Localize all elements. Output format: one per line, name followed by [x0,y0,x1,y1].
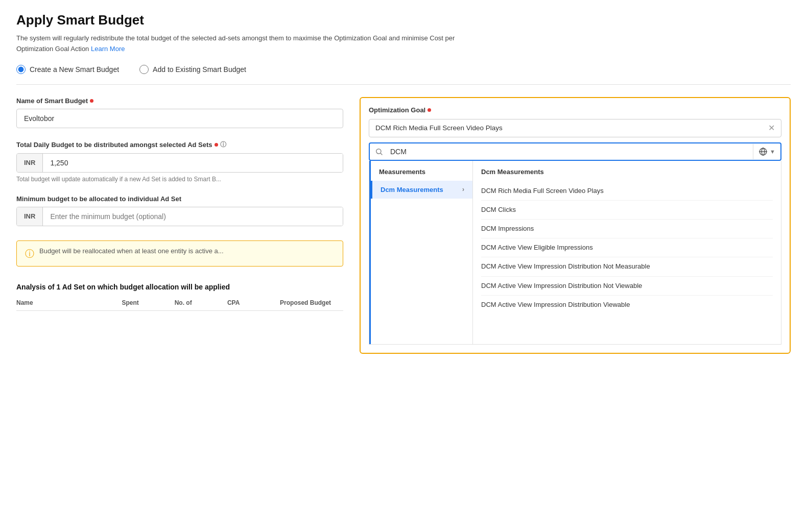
radio-create-new-label: Create a New Smart Budget [30,65,119,74]
info-banner-icon: ⓘ [25,248,34,260]
search-bar-row: ▼ [369,142,781,161]
search-icon [370,143,388,160]
optimization-goal-container: Optimization Goal DCM Rich Media Full Sc… [360,97,791,354]
left-menu-header: Measurements [371,161,472,181]
th-no-of: No. of [175,299,227,306]
left-menu: Measurements Dcm Measurements › [371,161,473,344]
list-item-6[interactable]: DCM Active View Impression Distribution … [481,296,773,314]
name-input[interactable] [16,109,343,128]
analysis-title: Analysis of 1 Ad Set on which budget all… [16,283,343,291]
total-budget-field-group: Total Daily Budget to be distributed amo… [16,140,343,183]
dropdown-body: Measurements Dcm Measurements › Dcm Meas… [369,161,781,345]
search-input[interactable] [388,143,753,160]
left-panel: Name of Smart Budget Total Daily Budget … [16,97,343,354]
budget-info-icon[interactable]: ⓘ [220,140,226,149]
opt-goal-label: Optimization Goal [369,106,781,114]
budget-value-input[interactable] [43,154,343,172]
opt-goal-required-indicator [428,108,431,112]
right-list-header: Dcm Measurements [481,168,773,176]
table-header: Name Spent No. of CPA Proposed Budget [16,299,343,311]
budget-helper-text: Total budget will update automatically i… [16,176,343,183]
min-budget-field-group: Minimum budget to be allocated to indivi… [16,195,343,226]
th-proposed: Proposed Budget [280,299,343,306]
page-title: Apply Smart Budget [16,12,791,28]
budget-required-indicator [215,143,218,147]
th-spent: Spent [122,299,174,306]
chevron-down-icon: ▼ [770,149,775,155]
info-banner: ⓘ Budget will be reallocated when at lea… [16,240,343,267]
svg-line-1 [381,153,382,155]
budget-currency: INR [17,154,43,172]
name-required-indicator [90,99,93,103]
min-budget-currency: INR [17,207,43,226]
radio-create-new[interactable]: Create a New Smart Budget [16,65,119,74]
clear-selection-button[interactable]: ✕ [768,124,775,132]
radio-add-existing-input[interactable] [139,65,149,74]
list-item-1[interactable]: DCM Clicks [481,201,773,220]
min-budget-label: Minimum budget to be allocated to indivi… [16,195,343,203]
chevron-right-icon: › [462,186,464,193]
right-panel: Optimization Goal DCM Rich Media Full Sc… [360,97,791,354]
radio-add-existing-label: Add to Existing Smart Budget [153,65,246,74]
name-field-group: Name of Smart Budget [16,97,343,128]
list-item-4[interactable]: DCM Active View Impression Distribution … [481,257,773,276]
list-item-5[interactable]: DCM Active View Impression Distribution … [481,277,773,296]
radio-create-new-input[interactable] [16,65,26,74]
th-cpa: CPA [227,299,280,306]
right-list: Dcm Measurements DCM Rich Media Full Scr… [473,161,781,344]
radio-group: Create a New Smart Budget Add to Existin… [16,65,791,85]
budget-input-wrapper: INR [16,153,343,173]
min-budget-input[interactable] [43,207,343,226]
list-item-2[interactable]: DCM Impressions [481,220,773,238]
left-menu-item-dcm[interactable]: Dcm Measurements › [371,181,472,199]
main-content: Name of Smart Budget Total Daily Budget … [16,97,791,354]
total-budget-label: Total Daily Budget to be distributed amo… [16,140,343,149]
learn-more-link[interactable]: Learn More [91,45,125,53]
globe-filter-button[interactable]: ▼ [753,144,780,159]
radio-add-existing[interactable]: Add to Existing Smart Budget [139,65,246,74]
selected-value-display[interactable]: DCM Rich Media Full Screen Video Plays ✕ [369,119,781,137]
page-description: The system will regularly redistribute t… [16,33,476,55]
min-budget-input-wrapper: INR [16,207,343,226]
name-label: Name of Smart Budget [16,97,343,105]
selected-value-text: DCM Rich Media Full Screen Video Plays [375,124,503,132]
list-item-3[interactable]: DCM Active View Eligible Impressions [481,238,773,257]
list-item-0[interactable]: DCM Rich Media Full Screen Video Plays [481,182,773,201]
th-name: Name [16,299,122,306]
info-banner-text: Budget will be reallocated when at least… [39,247,224,255]
